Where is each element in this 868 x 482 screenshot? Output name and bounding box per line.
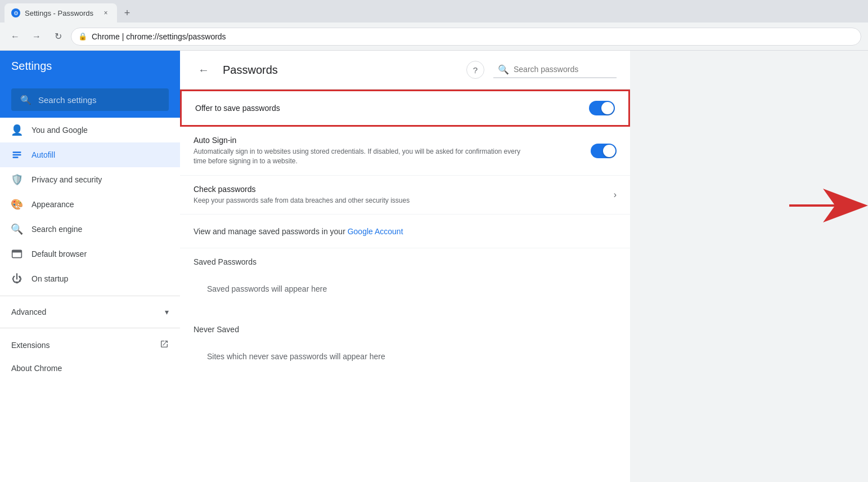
shield-icon: 🛡️ xyxy=(11,174,23,185)
sidebar-item-on-startup[interactable]: ⏻ On startup xyxy=(0,266,180,291)
check-passwords-row[interactable]: Check passwords Keep your passwords safe… xyxy=(180,176,630,215)
search-engine-icon: 🔍 xyxy=(11,224,23,235)
sidebar-item-you-and-google[interactable]: 👤 You and Google xyxy=(0,118,180,142)
passwords-title: Passwords xyxy=(223,64,457,77)
palette-icon: 🎨 xyxy=(11,199,23,210)
content-panel: ← Passwords ? 🔍 Offer to save passwords xyxy=(180,51,630,482)
google-account-row: View and manage saved passwords in your … xyxy=(180,215,630,248)
search-placeholder-text: Search settings xyxy=(38,95,96,105)
svg-marker-5 xyxy=(789,189,868,222)
offer-to-save-label: Offer to save passwords xyxy=(195,104,589,113)
sidebar-item-search-engine[interactable]: 🔍 Search engine xyxy=(0,217,180,242)
red-arrow-annotation xyxy=(789,189,868,222)
sidebar: Settings 🔍 Search settings 👤 You and Goo… xyxy=(0,51,180,482)
main-content: ← Passwords ? 🔍 Offer to save passwords xyxy=(180,51,868,482)
sidebar-label-default-browser: Default browser xyxy=(32,249,87,258)
tab-close-button[interactable]: × xyxy=(101,8,110,17)
google-account-text: View and manage saved passwords in your … xyxy=(194,227,403,236)
search-icon: 🔍 xyxy=(20,95,32,105)
check-passwords-content: Check passwords Keep your passwords safe… xyxy=(194,185,614,206)
svg-rect-2 xyxy=(13,157,19,158)
search-area: 🔍 Search settings xyxy=(0,82,180,118)
never-saved-section-label: Never Saved xyxy=(180,316,630,338)
auto-sign-in-row: Auto Sign-in Automatically sign in to we… xyxy=(180,127,630,176)
saved-passwords-section-label: Saved Passwords xyxy=(180,248,630,271)
sidebar-label-autofill: Autofill xyxy=(32,150,55,159)
sidebar-item-default-browser[interactable]: Default browser xyxy=(0,242,180,266)
sidebar-item-autofill[interactable]: Autofill xyxy=(0,142,180,167)
search-passwords-input[interactable] xyxy=(514,65,612,74)
nav-bar: ← → ↻ 🔒 Chrome | chrome://settings/passw… xyxy=(0,23,868,51)
auto-sign-in-label: Auto Sign-in xyxy=(194,136,591,145)
sidebar-divider xyxy=(0,296,180,296)
auto-sign-in-content: Auto Sign-in Automatically sign in to we… xyxy=(194,136,591,166)
offer-to-save-content: Offer to save passwords xyxy=(195,104,589,113)
red-arrow-svg xyxy=(789,189,868,222)
svg-rect-4 xyxy=(12,250,22,252)
check-passwords-desc: Keep your passwords safe from data breac… xyxy=(194,196,531,206)
sidebar-label-on-startup: On startup xyxy=(32,274,68,283)
reload-button[interactable]: ↻ xyxy=(50,28,66,45)
advanced-label: Advanced xyxy=(11,307,156,316)
security-icon: 🔒 xyxy=(78,32,87,41)
search-passwords-icon: 🔍 xyxy=(498,64,509,75)
sidebar-advanced[interactable]: Advanced ▾ xyxy=(0,301,180,323)
svg-rect-0 xyxy=(13,151,21,153)
sidebar-about-chrome[interactable]: About Chrome xyxy=(0,357,180,380)
sidebar-extensions[interactable]: Extensions xyxy=(0,333,180,357)
sidebar-divider-2 xyxy=(0,328,180,328)
sidebar-label-privacy: Privacy and security xyxy=(32,175,102,184)
offer-to-save-setting: Offer to save passwords xyxy=(182,91,628,125)
chevron-down-icon: ▾ xyxy=(165,307,169,316)
active-tab[interactable]: ⚙ Settings - Passwords × xyxy=(5,3,117,23)
sidebar-label-you-and-google: You and Google xyxy=(32,126,88,135)
sidebar-item-privacy[interactable]: 🛡️ Privacy and security xyxy=(0,167,180,192)
external-link-icon xyxy=(160,340,169,350)
search-passwords-box[interactable]: 🔍 xyxy=(493,62,617,78)
person-icon: 👤 xyxy=(11,124,23,136)
auto-sign-in-toggle[interactable] xyxy=(591,144,617,158)
forward-button[interactable]: → xyxy=(28,28,45,45)
offer-to-save-toggle[interactable] xyxy=(589,101,615,115)
settings-title: Settings xyxy=(11,60,52,73)
address-text: Chrome | chrome://settings/passwords xyxy=(92,32,226,41)
tab-favicon: ⚙ xyxy=(11,8,20,17)
extensions-label: Extensions xyxy=(11,341,151,350)
tab-title: Settings - Passwords xyxy=(25,9,93,17)
autofill-icon xyxy=(11,149,23,160)
google-account-link[interactable]: Google Account xyxy=(348,227,403,236)
auto-sign-in-desc: Automatically sign in to websites using … xyxy=(194,147,531,166)
help-button[interactable]: ? xyxy=(466,61,484,79)
sidebar-label-search-engine: Search engine xyxy=(32,225,82,234)
sidebar-header: Settings xyxy=(0,51,180,82)
toggle-thumb xyxy=(601,102,614,114)
offer-to-save-row: Offer to save passwords xyxy=(180,90,630,127)
passwords-back-button[interactable]: ← xyxy=(194,60,214,80)
auto-sign-in-toggle-thumb xyxy=(603,145,615,157)
tab-bar: ⚙ Settings - Passwords × + xyxy=(0,0,868,23)
svg-rect-1 xyxy=(13,154,21,156)
sidebar-label-appearance: Appearance xyxy=(32,200,74,209)
google-account-prefix: View and manage saved passwords in your xyxy=(194,227,348,236)
never-saved-empty: Sites which never save passwords will ap… xyxy=(180,338,630,374)
sidebar-item-appearance[interactable]: 🎨 Appearance xyxy=(0,192,180,217)
startup-icon: ⏻ xyxy=(11,273,23,284)
main-area: ← Passwords ? 🔍 Offer to save passwords xyxy=(180,51,868,482)
new-tab-button[interactable]: + xyxy=(119,5,135,21)
saved-passwords-empty: Saved passwords will appear here xyxy=(180,271,630,307)
check-passwords-label: Check passwords xyxy=(194,185,614,194)
about-chrome-label: About Chrome xyxy=(11,364,62,373)
passwords-header: ← Passwords ? 🔍 xyxy=(180,51,630,90)
address-bar[interactable]: 🔒 Chrome | chrome://settings/passwords xyxy=(71,28,861,46)
back-button[interactable]: ← xyxy=(7,28,24,45)
app-layout: Settings 🔍 Search settings 👤 You and Goo… xyxy=(0,51,868,482)
browser-icon xyxy=(11,248,23,260)
search-bar[interactable]: 🔍 Search settings xyxy=(11,88,169,111)
chevron-right-icon: › xyxy=(614,190,617,200)
